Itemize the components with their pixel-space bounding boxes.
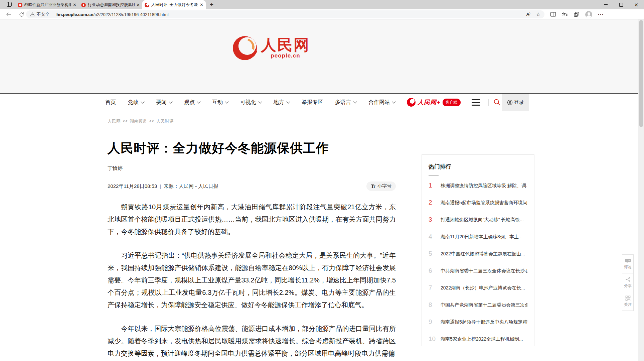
follow-button[interactable]: 关注: [622, 292, 634, 311]
ranking-item[interactable]: 6 中共湖南省委十二届三次全体会议在长沙召开: [429, 267, 527, 275]
nav-item[interactable]: 观点: [184, 99, 200, 106]
hot-ranking-panel: 热门排行 1 株洲调整疫情防控风险区域等级 解除、调... 2 湖南通报5起市场…: [422, 154, 534, 346]
close-button[interactable]: ✕: [629, 0, 644, 9]
nav-item[interactable]: 合作网站: [368, 99, 395, 106]
settings-menu-icon[interactable]: ···: [598, 12, 604, 17]
hot-ranking-list: 1 株洲调整疫情防控风险区域等级 解除、调... 2 湖南通报5起市场监管系统损…: [429, 182, 527, 343]
breadcrumb-link[interactable]: 人民网: [108, 118, 121, 124]
nav-item-label: 互动: [212, 99, 223, 106]
breadcrumb-separator: >>: [149, 118, 154, 124]
qrcode-icon: [625, 295, 631, 301]
meta-separator: |: [160, 184, 161, 189]
ranking-text: 2022湖南（长沙）电池产业博览会在长...: [441, 284, 525, 291]
comment-button[interactable]: 评论: [622, 254, 634, 273]
article-date: 2022年11月28日08:53: [108, 183, 157, 190]
login-button[interactable]: 登录: [502, 94, 529, 111]
minimize-button[interactable]: [598, 0, 613, 9]
refresh-icon[interactable]: [17, 10, 25, 18]
ranking-item[interactable]: 9 湖南通报5起领导干部违反中央八项规定精...: [429, 318, 527, 326]
ranking-text: 湖南5家企业上榜2022全球工程机械制...: [441, 335, 523, 343]
hot-ranking-title: 热门排行: [429, 163, 527, 170]
url-path: /n2/2022/1128/c195196-40211896.html: [94, 12, 169, 17]
chevron-down-icon: [225, 100, 228, 103]
collections-add-icon[interactable]: [574, 12, 580, 17]
nav-item[interactable]: 多语言: [335, 99, 356, 106]
article-title: 人民时评：全力做好今冬能源保供工作: [108, 140, 396, 156]
security-label: 不安全: [36, 11, 49, 17]
nav-item[interactable]: 举报专区: [302, 99, 323, 106]
ranking-text: 2022中国红色旅游博览会主题展在韶山...: [441, 250, 525, 257]
breadcrumb-link[interactable]: 人民时评: [156, 118, 173, 124]
scrollbar-thumb[interactable]: [639, 20, 643, 127]
nav-item-label: 要闻: [156, 99, 167, 106]
tab-close-icon[interactable]: ✕: [73, 3, 76, 7]
ranking-item[interactable]: 3 打通湘赣边区域纵向“大动脉” 长赣高铁...: [429, 216, 527, 224]
article-paragraph: 今年以来，国际大宗能源价格高位震荡、能源进口成本增加，部分能源产品的进口量同比有…: [108, 323, 396, 360]
title-underbar: [429, 175, 439, 176]
tab-list: 战略性新兴产业业务架构湖南湘投 ✕ 行业动态湖南湘投控股集团有限公 ✕ 人民时评…: [15, 0, 206, 9]
app-client-badge[interactable]: 人民网+ 客户端: [407, 98, 461, 107]
nav-item[interactable]: 可视化: [240, 99, 262, 106]
tab-close-icon[interactable]: ✕: [200, 3, 203, 7]
menu-icon[interactable]: [472, 99, 480, 107]
ranking-number: 8: [429, 301, 437, 309]
tab-title: 战略性新兴产业业务架构湖南湘投: [24, 2, 71, 8]
breadcrumb-rule: [108, 134, 535, 134]
new-tab-button[interactable]: +: [210, 1, 213, 8]
back-icon[interactable]: [5, 10, 13, 18]
security-chip[interactable]: 不安全: [30, 11, 49, 17]
person-icon: [507, 100, 513, 105]
site-header: 人民网 people.cn: [0, 19, 638, 93]
restore-button[interactable]: [613, 0, 629, 9]
page-scrollbar[interactable]: [638, 19, 644, 361]
read-aloud-icon[interactable]: A): [526, 12, 530, 17]
ranking-item[interactable]: 5 2022中国红色旅游博览会主题展在韶山...: [429, 250, 527, 258]
ranking-number: 10: [429, 335, 437, 343]
ranking-text: 中共湖南省委十二届三次全体会议在长沙召开: [441, 267, 527, 274]
ranking-number: 5: [429, 250, 437, 257]
browser-tab[interactable]: 行业动态湖南湘投控股集团有限公 ✕: [79, 0, 142, 9]
follow-label: 关注: [624, 302, 632, 307]
ranking-item[interactable]: 7 2022湖南（长沙）电池产业博览会在长...: [429, 284, 527, 292]
font-size-button[interactable]: TT 小字号: [366, 182, 396, 191]
ranking-number: 4: [429, 233, 437, 240]
nav-divider: [467, 99, 467, 106]
nav-item[interactable]: 要闻: [156, 99, 172, 106]
search-icon[interactable]: [493, 99, 501, 107]
favorites-hub-icon[interactable]: [562, 12, 568, 17]
address-bar[interactable]: 不安全 hn.people.com.cn/n2/2022/1128/c19519…: [26, 10, 544, 18]
ranking-number: 9: [429, 318, 437, 326]
peoplecn-logo-icon: [231, 35, 258, 62]
split-screen-icon[interactable]: [550, 12, 556, 17]
logo-cn-text: 人民网: [261, 37, 310, 53]
share-button[interactable]: 分享: [622, 273, 634, 292]
site-logo[interactable]: 人民网 people.cn: [231, 35, 310, 62]
favorite-add-icon[interactable]: ☆: [536, 12, 540, 17]
ranking-text: 株洲调整疫情防控风险区域等级 解除、调...: [441, 182, 527, 189]
nav-item-label: 举报专区: [302, 99, 323, 106]
app-badge-pill: 客户端: [443, 99, 461, 106]
profile-avatar[interactable]: [585, 11, 592, 18]
tab-actions-icon[interactable]: [7, 2, 12, 7]
nav-item[interactable]: 党政: [128, 99, 144, 106]
ranking-item[interactable]: 10 湖南5家企业上榜2022全球工程机械制...: [429, 335, 527, 343]
source-label: 来源：: [164, 183, 179, 190]
article: 人民时评：全力做好今冬能源保供工作 丁怡婷 2022年11月28日08:53 |…: [108, 140, 396, 361]
browser-tab[interactable]: 人民时评: 全力做好今冬能源保供 ✕: [142, 0, 206, 9]
nav-item[interactable]: 首页: [105, 99, 116, 106]
ranking-item[interactable]: 2 湖南通报5起市场监管系统损害营商环境问...: [429, 199, 527, 207]
app-badge-brand: 人民网+: [418, 98, 441, 106]
tab-close-icon[interactable]: ✕: [136, 3, 140, 7]
url-host: hn.people.com.cn: [56, 12, 94, 17]
ranking-item[interactable]: 4 湖南11月20日新增本土确诊3例、本土...: [429, 233, 527, 241]
source-link[interactable]: 人民网 - 人民日报: [179, 183, 218, 189]
ranking-item[interactable]: 1 株洲调整疫情防控风险区域等级 解除、调...: [429, 182, 527, 190]
nav-item[interactable]: 地方: [274, 99, 290, 106]
nav-item-label: 首页: [105, 99, 116, 106]
nav-divider: [488, 99, 489, 106]
nav-item[interactable]: 互动: [212, 99, 228, 106]
browser-tab[interactable]: 战略性新兴产业业务架构湖南湘投 ✕: [15, 0, 79, 9]
browser-tab-strip: 战略性新兴产业业务架构湖南湘投 ✕ 行业动态湖南湘投控股集团有限公 ✕ 人民时评…: [0, 0, 644, 9]
ranking-item[interactable]: 8 中国共产党湖南省第十二届委员会第三次全...: [429, 301, 527, 309]
breadcrumb-link[interactable]: 湖南频道: [130, 118, 147, 124]
